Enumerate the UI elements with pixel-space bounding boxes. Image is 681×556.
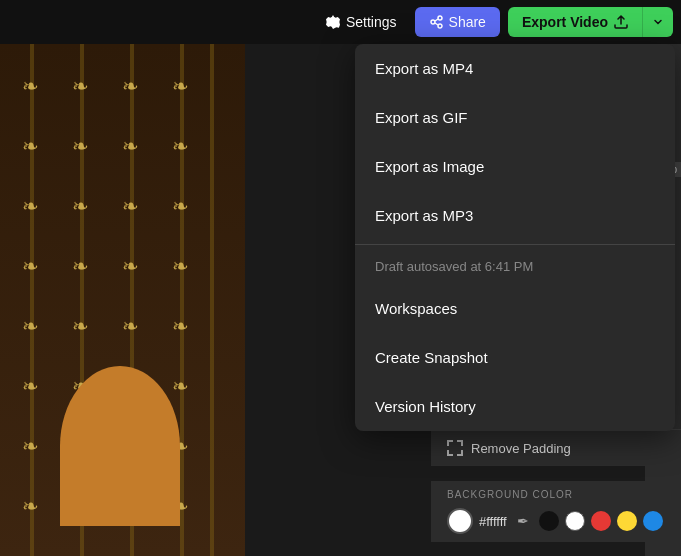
selected-color-swatch[interactable] (447, 508, 473, 534)
export-video-button[interactable]: Export Video (508, 7, 642, 37)
decor-fleur: ❧ (22, 134, 39, 158)
workspaces-label: Workspaces (375, 300, 457, 317)
decor-fleur: ❧ (22, 74, 39, 98)
decor-fleur: ❧ (72, 314, 89, 338)
export-dropdown-menu: Export as MP4 Export as GIF Export as Im… (355, 44, 675, 431)
export-video-label: Export Video (522, 14, 608, 30)
decor-fleur: ❧ (172, 254, 189, 278)
svg-line-3 (435, 19, 438, 21)
decor-fleur: ❧ (122, 134, 139, 158)
share-button[interactable]: Share (415, 7, 500, 37)
canvas-background: ❧ ❧ ❧ ❧ ❧ ❧ ❧ ❧ ❧ ❧ ❧ ❧ ❧ ❧ ❧ ❧ ❧ ❧ ❧ ❧ … (0, 44, 245, 556)
svg-line-4 (435, 23, 438, 25)
menu-item-export-image[interactable]: Export as Image (355, 142, 675, 191)
decor-fleur: ❧ (22, 254, 39, 278)
decor-fleur: ❧ (72, 194, 89, 218)
canvas-stripe (30, 44, 34, 556)
decor-fleur: ❧ (172, 134, 189, 158)
canvas-stripe (210, 44, 214, 556)
decor-fleur: ❧ (22, 194, 39, 218)
export-video-group: Export Video (508, 7, 673, 37)
decor-fleur: ❧ (72, 74, 89, 98)
bg-color-section: BACKGROUND COLOR #ffffff ✒ (431, 481, 681, 542)
export-gif-label: Export as GIF (375, 109, 468, 126)
color-hex-value: #ffffff (479, 514, 507, 529)
decor-fleur: ❧ (22, 494, 39, 518)
decor-fleur: ❧ (172, 374, 189, 398)
decor-fleur: ❧ (172, 194, 189, 218)
menu-item-workspaces[interactable]: Workspaces (355, 284, 675, 333)
export-mp4-label: Export as MP4 (375, 60, 473, 77)
settings-button[interactable]: Settings (316, 8, 407, 36)
decor-fleur: ❧ (172, 74, 189, 98)
decor-fleur: ❧ (122, 254, 139, 278)
decor-fleur: ❧ (22, 374, 39, 398)
menu-item-create-snapshot[interactable]: Create Snapshot (355, 333, 675, 382)
color-option-yellow[interactable] (617, 511, 637, 531)
remove-padding-section: Remove Padding (431, 429, 681, 466)
menu-item-export-mp3[interactable]: Export as MP3 (355, 191, 675, 240)
menu-item-export-gif[interactable]: Export as GIF (355, 93, 675, 142)
menu-item-export-mp4[interactable]: Export as MP4 (355, 44, 675, 93)
bg-color-title: BACKGROUND COLOR (447, 489, 665, 500)
remove-padding-label: Remove Padding (471, 441, 571, 456)
chevron-down-icon (653, 17, 663, 27)
version-history-label: Version History (375, 398, 476, 415)
settings-label: Settings (346, 14, 397, 30)
decor-fleur: ❧ (122, 194, 139, 218)
create-snapshot-label: Create Snapshot (375, 349, 488, 366)
canvas-shape (60, 366, 180, 526)
svg-point-2 (438, 24, 442, 28)
eyedropper-icon[interactable]: ✒ (517, 513, 529, 529)
upload-icon (614, 15, 628, 29)
export-image-label: Export as Image (375, 158, 484, 175)
menu-item-version-history[interactable]: Version History (355, 382, 675, 431)
menu-autosaved-text: Draft autosaved at 6:41 PM (355, 249, 675, 284)
export-video-chevron-button[interactable] (642, 7, 673, 37)
decor-fleur: ❧ (72, 134, 89, 158)
gear-icon (326, 15, 340, 29)
menu-divider (355, 244, 675, 245)
decor-fleur: ❧ (72, 254, 89, 278)
decor-fleur: ❧ (122, 314, 139, 338)
decor-fleur: ❧ (122, 74, 139, 98)
color-option-black[interactable] (539, 511, 559, 531)
decor-fleur: ❧ (172, 314, 189, 338)
svg-point-0 (431, 20, 435, 24)
padding-checkbox-icon (447, 440, 463, 456)
color-row: #ffffff ✒ (447, 508, 665, 534)
share-icon (429, 15, 443, 29)
decor-fleur: ❧ (22, 314, 39, 338)
color-option-white[interactable] (565, 511, 585, 531)
color-option-red[interactable] (591, 511, 611, 531)
canvas-stripe (180, 44, 184, 556)
export-mp3-label: Export as MP3 (375, 207, 473, 224)
topbar: Settings Share Export Video (0, 0, 681, 44)
share-label: Share (449, 14, 486, 30)
color-option-blue[interactable] (643, 511, 663, 531)
svg-point-1 (438, 16, 442, 20)
decor-fleur: ❧ (22, 434, 39, 458)
